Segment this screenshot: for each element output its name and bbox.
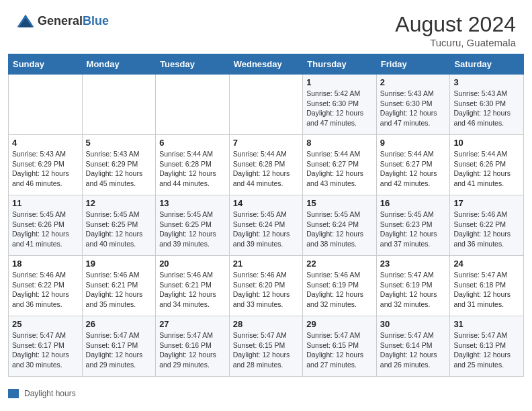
day-info: Sunrise: 5:47 AM Sunset: 6:14 PM Dayligh… bbox=[380, 330, 447, 370]
day-info: Sunrise: 5:47 AM Sunset: 6:18 PM Dayligh… bbox=[453, 270, 520, 310]
day-info: Sunrise: 5:47 AM Sunset: 6:13 PM Dayligh… bbox=[453, 330, 520, 370]
calendar-header: SundayMondayTuesdayWednesdayThursdayFrid… bbox=[9, 54, 524, 75]
calendar-week-row: 1Sunrise: 5:42 AM Sunset: 6:30 PM Daylig… bbox=[9, 75, 524, 135]
page-header: GeneralBlue August 2024 Tucuru, Guatemal… bbox=[0, 0, 532, 54]
calendar-cell: 1Sunrise: 5:42 AM Sunset: 6:30 PM Daylig… bbox=[303, 75, 377, 135]
day-number: 29 bbox=[306, 319, 373, 329]
day-of-week-header: Monday bbox=[82, 54, 156, 75]
legend-color-box bbox=[8, 389, 19, 398]
calendar-cell: 3Sunrise: 5:43 AM Sunset: 6:30 PM Daylig… bbox=[450, 75, 524, 135]
day-info: Sunrise: 5:47 AM Sunset: 6:17 PM Dayligh… bbox=[12, 330, 79, 370]
day-info: Sunrise: 5:45 AM Sunset: 6:25 PM Dayligh… bbox=[86, 210, 152, 249]
day-info: Sunrise: 5:45 AM Sunset: 6:24 PM Dayligh… bbox=[233, 210, 300, 249]
day-of-week-header: Friday bbox=[376, 54, 450, 75]
day-info: Sunrise: 5:42 AM Sunset: 6:30 PM Dayligh… bbox=[306, 89, 373, 128]
calendar-cell: 14Sunrise: 5:45 AM Sunset: 6:24 PM Dayli… bbox=[229, 195, 303, 256]
calendar-cell: 29Sunrise: 5:47 AM Sunset: 6:15 PM Dayli… bbox=[303, 316, 377, 377]
days-of-week-row: SundayMondayTuesdayWednesdayThursdayFrid… bbox=[9, 54, 524, 75]
calendar-cell bbox=[82, 75, 156, 135]
calendar-cell: 7Sunrise: 5:44 AM Sunset: 6:28 PM Daylig… bbox=[229, 135, 303, 195]
day-number: 28 bbox=[233, 319, 300, 329]
day-info: Sunrise: 5:46 AM Sunset: 6:20 PM Dayligh… bbox=[233, 270, 300, 310]
calendar-week-row: 18Sunrise: 5:46 AM Sunset: 6:22 PM Dayli… bbox=[9, 256, 524, 316]
logo: GeneralBlue bbox=[16, 12, 109, 31]
day-info: Sunrise: 5:46 AM Sunset: 6:19 PM Dayligh… bbox=[306, 270, 373, 310]
calendar-cell: 30Sunrise: 5:47 AM Sunset: 6:14 PM Dayli… bbox=[376, 316, 450, 377]
calendar-cell: 28Sunrise: 5:47 AM Sunset: 6:15 PM Dayli… bbox=[229, 316, 303, 377]
day-number: 8 bbox=[306, 138, 373, 148]
logo-icon bbox=[16, 12, 35, 31]
day-info: Sunrise: 5:44 AM Sunset: 6:27 PM Dayligh… bbox=[380, 149, 447, 189]
calendar-body: 1Sunrise: 5:42 AM Sunset: 6:30 PM Daylig… bbox=[9, 75, 524, 377]
day-of-week-header: Tuesday bbox=[156, 54, 230, 75]
calendar-week-row: 4Sunrise: 5:43 AM Sunset: 6:29 PM Daylig… bbox=[9, 135, 524, 195]
calendar-cell: 13Sunrise: 5:45 AM Sunset: 6:25 PM Dayli… bbox=[156, 195, 230, 256]
day-number: 24 bbox=[453, 259, 520, 269]
day-number: 12 bbox=[86, 198, 152, 208]
day-info: Sunrise: 5:47 AM Sunset: 6:15 PM Dayligh… bbox=[233, 330, 300, 370]
calendar-container: SundayMondayTuesdayWednesdayThursdayFrid… bbox=[0, 54, 532, 385]
calendar-cell: 10Sunrise: 5:44 AM Sunset: 6:26 PM Dayli… bbox=[450, 135, 524, 195]
legend-label: Daylight hours bbox=[24, 389, 76, 398]
day-number: 18 bbox=[12, 259, 79, 269]
calendar-cell: 25Sunrise: 5:47 AM Sunset: 6:17 PM Dayli… bbox=[9, 316, 83, 377]
day-number: 16 bbox=[380, 198, 447, 208]
day-info: Sunrise: 5:43 AM Sunset: 6:30 PM Dayligh… bbox=[453, 89, 520, 128]
calendar-cell bbox=[229, 75, 303, 135]
calendar-cell: 26Sunrise: 5:47 AM Sunset: 6:17 PM Dayli… bbox=[82, 316, 156, 377]
day-number: 27 bbox=[159, 319, 226, 329]
day-number: 30 bbox=[380, 319, 447, 329]
logo-text-general: General bbox=[38, 14, 83, 28]
day-info: Sunrise: 5:47 AM Sunset: 6:15 PM Dayligh… bbox=[306, 330, 373, 370]
calendar-cell: 19Sunrise: 5:46 AM Sunset: 6:21 PM Dayli… bbox=[82, 256, 156, 316]
day-number: 26 bbox=[86, 319, 152, 329]
calendar-week-row: 11Sunrise: 5:45 AM Sunset: 6:26 PM Dayli… bbox=[9, 195, 524, 256]
calendar-cell: 20Sunrise: 5:46 AM Sunset: 6:21 PM Dayli… bbox=[156, 256, 230, 316]
calendar-cell: 18Sunrise: 5:46 AM Sunset: 6:22 PM Dayli… bbox=[9, 256, 83, 316]
day-number: 10 bbox=[453, 138, 520, 148]
title-block: August 2024 Tucuru, Guatemala bbox=[395, 12, 516, 48]
day-number: 15 bbox=[306, 198, 373, 208]
subtitle: Tucuru, Guatemala bbox=[395, 37, 516, 48]
calendar-cell: 11Sunrise: 5:45 AM Sunset: 6:26 PM Dayli… bbox=[9, 195, 83, 256]
calendar-cell bbox=[156, 75, 230, 135]
calendar-cell: 15Sunrise: 5:45 AM Sunset: 6:24 PM Dayli… bbox=[303, 195, 377, 256]
calendar-cell: 9Sunrise: 5:44 AM Sunset: 6:27 PM Daylig… bbox=[376, 135, 450, 195]
day-info: Sunrise: 5:46 AM Sunset: 6:22 PM Dayligh… bbox=[12, 270, 79, 310]
day-number: 2 bbox=[380, 77, 447, 87]
day-number: 31 bbox=[453, 319, 520, 329]
footer-legend: Daylight hours bbox=[0, 385, 532, 404]
calendar-cell: 23Sunrise: 5:47 AM Sunset: 6:19 PM Dayli… bbox=[376, 256, 450, 316]
calendar-cell: 17Sunrise: 5:46 AM Sunset: 6:22 PM Dayli… bbox=[450, 195, 524, 256]
calendar-cell: 12Sunrise: 5:45 AM Sunset: 6:25 PM Dayli… bbox=[82, 195, 156, 256]
day-info: Sunrise: 5:43 AM Sunset: 6:30 PM Dayligh… bbox=[380, 89, 447, 128]
calendar-cell: 4Sunrise: 5:43 AM Sunset: 6:29 PM Daylig… bbox=[9, 135, 83, 195]
calendar-cell bbox=[9, 75, 83, 135]
calendar-cell: 22Sunrise: 5:46 AM Sunset: 6:19 PM Dayli… bbox=[303, 256, 377, 316]
day-info: Sunrise: 5:47 AM Sunset: 6:16 PM Dayligh… bbox=[159, 330, 226, 370]
logo-text-blue: Blue bbox=[83, 14, 109, 28]
day-info: Sunrise: 5:46 AM Sunset: 6:21 PM Dayligh… bbox=[86, 270, 152, 310]
calendar-week-row: 25Sunrise: 5:47 AM Sunset: 6:17 PM Dayli… bbox=[9, 316, 524, 377]
day-info: Sunrise: 5:44 AM Sunset: 6:26 PM Dayligh… bbox=[453, 149, 520, 189]
calendar-cell: 8Sunrise: 5:44 AM Sunset: 6:27 PM Daylig… bbox=[303, 135, 377, 195]
day-of-week-header: Thursday bbox=[303, 54, 377, 75]
day-info: Sunrise: 5:44 AM Sunset: 6:28 PM Dayligh… bbox=[159, 149, 226, 189]
day-number: 7 bbox=[233, 138, 300, 148]
calendar-cell: 6Sunrise: 5:44 AM Sunset: 6:28 PM Daylig… bbox=[156, 135, 230, 195]
day-info: Sunrise: 5:47 AM Sunset: 6:17 PM Dayligh… bbox=[86, 330, 152, 370]
day-number: 1 bbox=[306, 77, 373, 87]
calendar-cell: 27Sunrise: 5:47 AM Sunset: 6:16 PM Dayli… bbox=[156, 316, 230, 377]
day-number: 9 bbox=[380, 138, 447, 148]
day-number: 22 bbox=[306, 259, 373, 269]
calendar-cell: 31Sunrise: 5:47 AM Sunset: 6:13 PM Dayli… bbox=[450, 316, 524, 377]
day-number: 4 bbox=[12, 138, 79, 148]
day-number: 17 bbox=[453, 198, 520, 208]
day-number: 23 bbox=[380, 259, 447, 269]
day-info: Sunrise: 5:43 AM Sunset: 6:29 PM Dayligh… bbox=[86, 149, 152, 189]
day-of-week-header: Sunday bbox=[9, 54, 83, 75]
day-info: Sunrise: 5:47 AM Sunset: 6:19 PM Dayligh… bbox=[380, 270, 447, 310]
day-info: Sunrise: 5:45 AM Sunset: 6:24 PM Dayligh… bbox=[306, 210, 373, 249]
day-info: Sunrise: 5:44 AM Sunset: 6:27 PM Dayligh… bbox=[306, 149, 373, 189]
day-info: Sunrise: 5:46 AM Sunset: 6:22 PM Dayligh… bbox=[453, 210, 520, 249]
